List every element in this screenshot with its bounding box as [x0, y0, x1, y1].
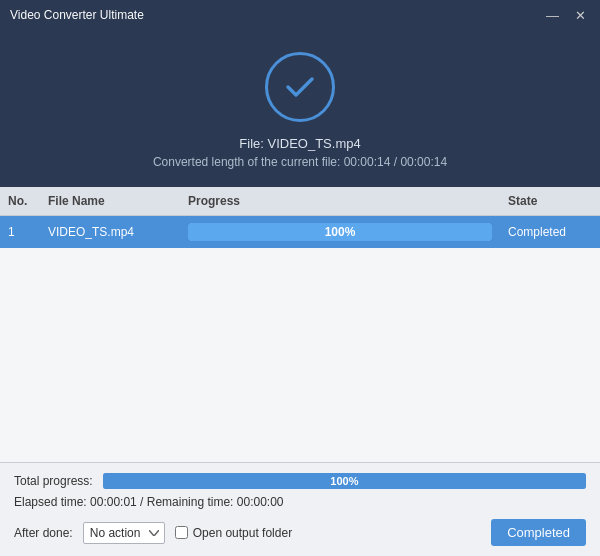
elapsed-row: Elapsed time: 00:00:01 / Remaining time:… — [14, 495, 586, 509]
total-progress-row: Total progress: 100% — [14, 473, 586, 489]
table-header: No. File Name Progress State — [0, 187, 600, 216]
check-circle — [265, 52, 335, 122]
row-progress-label: 100% — [188, 223, 492, 241]
total-progress-bar: 100% — [103, 473, 586, 489]
after-done-row: After done: No actionExitShutdownHiberna… — [14, 519, 586, 546]
file-table: No. File Name Progress State 1 VIDEO_TS.… — [0, 187, 600, 462]
table-row: 1 VIDEO_TS.mp4 100% Completed — [0, 216, 600, 248]
converted-label: Converted length of the current file: 00… — [153, 155, 447, 169]
total-progress-pct: 100% — [103, 473, 586, 489]
file-label: File: VIDEO_TS.mp4 — [239, 136, 360, 151]
after-done-label: After done: — [14, 526, 73, 540]
col-progress: Progress — [180, 192, 500, 210]
col-no: No. — [0, 192, 40, 210]
open-folder-checkbox[interactable] — [175, 526, 188, 539]
app-title: Video Converter Ultimate — [10, 8, 144, 22]
success-area: File: VIDEO_TS.mp4 Converted length of t… — [0, 30, 600, 187]
close-button[interactable]: ✕ — [571, 7, 590, 24]
col-filename: File Name — [40, 192, 180, 210]
cell-no: 1 — [0, 223, 40, 241]
minimize-button[interactable]: — — [542, 7, 563, 24]
row-progress-bar: 100% — [188, 223, 492, 241]
table-empty-space — [0, 248, 600, 462]
cell-progress: 100% — [180, 221, 500, 243]
title-bar: Video Converter Ultimate — ✕ — [0, 0, 600, 30]
after-done-select[interactable]: No actionExitShutdownHibernate — [83, 522, 165, 544]
table-body: 1 VIDEO_TS.mp4 100% Completed — [0, 216, 600, 248]
window-controls: — ✕ — [542, 7, 590, 24]
cell-filename: VIDEO_TS.mp4 — [40, 223, 180, 241]
open-folder-label[interactable]: Open output folder — [193, 526, 292, 540]
col-state: State — [500, 192, 600, 210]
completed-button[interactable]: Completed — [491, 519, 586, 546]
open-folder-check: Open output folder — [175, 526, 292, 540]
total-progress-label: Total progress: — [14, 474, 93, 488]
bottom-area: Total progress: 100% Elapsed time: 00:00… — [0, 462, 600, 556]
checkmark-icon — [282, 69, 318, 105]
cell-state: Completed — [500, 223, 600, 241]
